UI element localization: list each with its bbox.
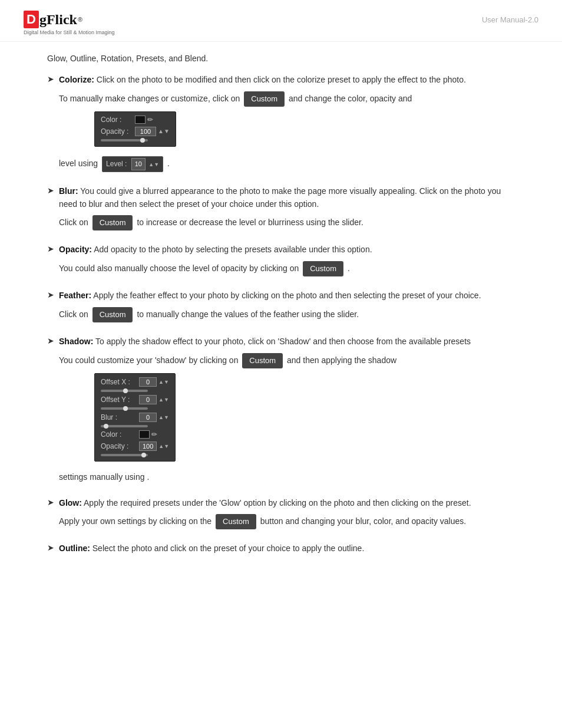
blur-stepper: ▲▼	[158, 414, 169, 420]
offset-y-row: Offset Y : 0 ▲▼	[101, 395, 169, 404]
glow-custom-btn[interactable]: Custom	[216, 514, 256, 529]
section-glow: ➤ Glow: Apply the required presets under…	[47, 497, 515, 530]
offset-y-slider	[101, 407, 148, 410]
section-colorize: ➤ Colorize: Click on the photo to be mod…	[47, 74, 515, 172]
shadow-opacity-slider	[101, 454, 148, 456]
shadow-opacity-label: Opacity :	[101, 442, 139, 450]
shadow-sub1-after: and then applying the shadow	[287, 355, 396, 365]
colorize-level-row: level using Level : 10 ▲▼ .	[59, 156, 515, 172]
slider-thumb	[104, 424, 108, 429]
offset-y-label: Offset Y :	[101, 396, 139, 404]
glow-text: Apply the required presets under the 'Gl…	[82, 498, 471, 508]
shadow-opacity-value: 100	[139, 442, 157, 451]
colorize-sub: To manually make changes or customize, c…	[59, 91, 515, 107]
shadow-sub: You could customize your 'shadow' by cli…	[59, 353, 515, 368]
section-body-blur: Blur: You could give a blurred appearanc…	[59, 185, 515, 231]
section-body-opacity: Opacity: Add opacity to the photo by sel…	[59, 243, 515, 276]
shadow-custom-btn[interactable]: Custom	[242, 353, 283, 368]
shadow-sub2-after: .	[147, 472, 149, 482]
offset-x-row: Offset X : 0 ▲▼	[101, 377, 169, 387]
shadow-color-label: Color :	[101, 430, 139, 439]
feather-sub1: Click on	[59, 309, 88, 319]
shadow-sub2: settings manually using .	[59, 471, 515, 484]
blur-slider	[101, 425, 148, 427]
opacity-label: Opacity :	[101, 127, 135, 136]
shadow-widget: Offset X : 0 ▲▼ Offset Y : 0 ▲▼	[94, 373, 176, 462]
outline-text: Select the photo and click on the preset…	[90, 543, 364, 553]
color-label: Color :	[101, 116, 135, 124]
offset-x-slider	[101, 390, 148, 392]
section-body-glow: Glow: Apply the required presets under t…	[59, 497, 515, 530]
offset-y-stepper: ▲▼	[158, 397, 169, 403]
colorize-widget: Color : ✏ Opacity : 100 ▲▼	[94, 111, 176, 147]
glow-sub: Apply your own settings by clicking on t…	[59, 514, 515, 529]
level-suffix: .	[167, 159, 170, 168]
colorize-custom-btn[interactable]: Custom	[244, 91, 285, 107]
section-feather: ➤ Feather: Apply the feather effect to y…	[47, 289, 515, 322]
section-blur: ➤ Blur: You could give a blurred appeara…	[47, 185, 515, 231]
section-shadow: ➤ Shadow: To apply the shadow effect to …	[47, 335, 515, 484]
offset-y-value: 0	[139, 395, 157, 404]
slider-thumb	[141, 453, 146, 457]
slider-thumb	[140, 138, 145, 143]
feather-sub1-after: to manually change the values of the fea…	[137, 309, 359, 319]
blur-custom-btn[interactable]: Custom	[92, 215, 133, 230]
opacity-content: Opacity: Add opacity to the photo by sel…	[59, 245, 372, 254]
outline-content: Outline: Select the photo and click on t…	[59, 543, 364, 553]
logo-area: DgFlick® Digital Media for Still & Motio…	[24, 11, 115, 35]
blur-row: Blur : 0 ▲▼	[101, 413, 169, 422]
glow-title: Glow:	[59, 498, 82, 508]
glow-sub1: Apply your own settings by clicking on t…	[59, 516, 211, 526]
feather-content: Feather: Apply the feather effect to you…	[59, 291, 481, 300]
level-widget: Level : 10 ▲▼	[102, 156, 163, 172]
logo-text: gFlick	[39, 12, 77, 28]
main-content: Glow, Outline, Rotation, Presets, and Bl…	[0, 42, 562, 592]
opacity-slider	[101, 139, 148, 141]
color-swatch	[135, 116, 146, 124]
colorize-title: Colorize:	[59, 75, 94, 84]
bullet-arrow: ➤	[47, 74, 54, 84]
colorize-sub1: To manually make changes or customize, c…	[59, 93, 240, 103]
section-outline: ➤ Outline: Select the photo and click on…	[47, 542, 515, 555]
bullet-arrow: ➤	[47, 543, 54, 552]
opacity-row: Opacity : 100 ▲▼	[101, 127, 170, 136]
section-body-colorize: Colorize: Click on the photo to be modif…	[59, 74, 515, 172]
level-stepper: ▲▼	[148, 162, 159, 167]
colorize-content: Colorize: Click on the photo to be modif…	[59, 75, 466, 84]
blur-sub: Click on Custom to increase or decrease …	[59, 215, 515, 230]
level-value: 10	[131, 158, 146, 170]
shadow-sub2-text: settings manually using	[59, 472, 145, 482]
shadow-content: Shadow: To apply the shadow effect to yo…	[59, 337, 471, 346]
bullet-arrow: ➤	[47, 498, 54, 507]
level-prefix: level using	[59, 159, 98, 168]
slider-thumb	[123, 406, 128, 411]
shadow-opacity-stepper: ▲▼	[158, 443, 169, 449]
stepper-icon: ▲▼	[158, 128, 170, 134]
outline-title: Outline:	[59, 543, 90, 553]
shadow-title: Shadow:	[59, 337, 93, 346]
colorize-text: Click on the photo to be modified and th…	[94, 75, 466, 84]
bullet-arrow: ➤	[47, 244, 54, 253]
shadow-sub1: You could customize your 'shadow' by cli…	[59, 355, 238, 365]
bullet-arrow: ➤	[47, 336, 54, 345]
shadow-opacity-row: Opacity : 100 ▲▼	[101, 442, 169, 451]
section-body-outline: Outline: Select the photo and click on t…	[59, 542, 515, 555]
opacity-sub: You could also manually choose the level…	[59, 261, 515, 276]
feather-custom-btn[interactable]: Custom	[92, 307, 133, 322]
blur-sub1: Click on	[59, 218, 88, 227]
glow-sub1-after: button and changing your blur, color, an…	[260, 516, 466, 526]
offset-x-value: 0	[139, 377, 157, 387]
opacity-custom-btn[interactable]: Custom	[303, 261, 343, 276]
logo-d: D	[24, 11, 39, 28]
color-row: Color : ✏	[101, 116, 170, 124]
opacity-value: 100	[135, 127, 156, 136]
feather-title: Feather:	[59, 291, 91, 300]
pencil-icon: ✏	[147, 116, 153, 124]
offset-x-label: Offset X :	[101, 378, 139, 386]
logo-tagline: Digital Media for Still & Motion Imaging	[24, 29, 115, 35]
glow-content: Glow: Apply the required presets under t…	[59, 498, 471, 508]
feather-text: Apply the feather effect to your photo b…	[91, 291, 481, 300]
intro-text: Glow, Outline, Rotation, Presets, and Bl…	[47, 54, 515, 63]
logo-registered: ®	[78, 16, 82, 23]
section-body-shadow: Shadow: To apply the shadow effect to yo…	[59, 335, 515, 484]
